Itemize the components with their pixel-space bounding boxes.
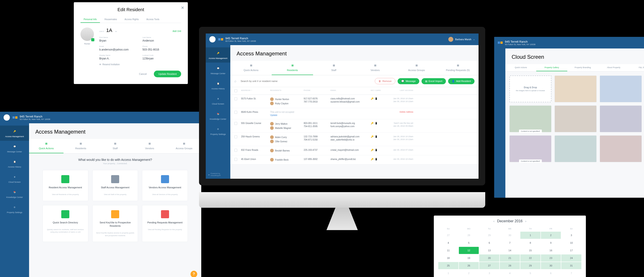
calendar-day[interactable]: 3 — [479, 270, 499, 277]
lockout-field[interactable]: 123bryan — [142, 57, 181, 60]
tab-staff[interactable]: ▦Staff — [313, 61, 354, 75]
display-name-field[interactable]: Bryan A. — [99, 57, 138, 60]
gallery-tile[interactable] — [554, 105, 596, 132]
calendar-day[interactable]: 29 — [479, 232, 499, 239]
row-checkbox[interactable] — [234, 111, 237, 114]
sidebar-item-cloud-screen[interactable]: 🖥Cloud Screen — [0, 171, 29, 186]
row-checkbox[interactable] — [234, 97, 237, 100]
gallery-tile[interactable]: Content is not specified! — [510, 105, 552, 132]
sidebar-item-property-settings[interactable]: ⚙Property Settings — [0, 202, 29, 217]
calendar-day[interactable]: 5 — [459, 239, 479, 246]
avatar[interactable] — [80, 27, 94, 41]
action-card[interactable]: Send KeyVite to Prospective ResidentsSen… — [92, 205, 138, 242]
close-icon[interactable]: ✕ — [181, 5, 184, 10]
calendar-day[interactable]: 25 — [438, 262, 458, 269]
prev-month-button[interactable]: ‹ — [493, 219, 494, 223]
excel-import-button[interactable]: ▤ Excel Import — [422, 78, 446, 84]
tab-residents[interactable]: ▦Residents — [64, 139, 98, 153]
tab-property-gallery[interactable]: Property Gallery — [536, 64, 567, 71]
calendar-day[interactable]: 24 — [561, 255, 582, 262]
calendar-day[interactable]: 20 — [479, 255, 499, 262]
row-checkbox[interactable] — [234, 158, 237, 161]
tab-access-tools[interactable]: Access Tools — [143, 16, 162, 23]
calendar-day[interactable]: 31 — [561, 262, 582, 269]
calendar-day[interactable]: 5 — [520, 270, 540, 277]
remove-button[interactable]: 🗑 Remove — [375, 78, 395, 84]
calendar-day[interactable]: 4 — [438, 239, 458, 246]
calendar-day[interactable]: 21 — [500, 255, 520, 262]
sidebar-item-access-history[interactable]: 📋Access History — [206, 78, 230, 93]
tab-vendors[interactable]: ▦Vendors — [132, 139, 167, 153]
sidebar-item-property-settings[interactable]: ⚙Property Settings — [206, 123, 230, 138]
tab-access-groups[interactable]: ▦Access Groups — [396, 61, 437, 75]
next-month-button[interactable]: › — [525, 219, 526, 223]
calendar-day[interactable]: 26 — [459, 262, 479, 269]
sidebar-item-knowledge-center[interactable]: 📚Knowledge Center — [206, 108, 230, 123]
calendar-day[interactable]: 23 — [541, 255, 561, 262]
calendar-day[interactable]: 17 — [561, 247, 582, 254]
col-header[interactable]: Address ↑ — [241, 89, 270, 92]
first-name-field[interactable]: Bryan — [99, 39, 138, 42]
avatar[interactable] — [448, 37, 453, 42]
calendar-day[interactable]: 29 — [520, 262, 540, 269]
unit-value[interactable]: 1A — [106, 27, 112, 33]
calendar-day[interactable]: 16 — [541, 247, 561, 254]
calendar-day[interactable]: 27 — [479, 262, 499, 269]
table-row[interactable]: 832 Franz RoadsBeulah Barnes225-193-4737… — [230, 146, 478, 155]
sidebar-item-message-center[interactable]: 💬Message Center — [206, 62, 230, 78]
calendar-day[interactable]: 14 — [500, 247, 520, 254]
action-card[interactable]: Quick Search DirectoryQuickly search for… — [42, 205, 88, 242]
calendar-day[interactable]: 7 — [561, 270, 582, 277]
table-row[interactable]: 8649 Kuhn PinesThis unit is not occupied… — [230, 108, 478, 119]
tab-about-property[interactable]: About Property — [598, 64, 629, 71]
calendar-day[interactable]: 2 — [459, 270, 479, 277]
calendar-day[interactable]: 2 — [541, 232, 561, 239]
calendar-day[interactable]: 9 — [541, 239, 561, 246]
message-button[interactable]: 💬 Message — [398, 78, 419, 84]
action-card[interactable]: Resident Access ManagementView all Resid… — [42, 170, 88, 201]
row-checkbox[interactable] — [234, 122, 237, 125]
tab-vendors[interactable]: ▦Vendors — [354, 61, 396, 75]
calendar-day[interactable]: 8 — [520, 239, 540, 246]
calendar-day[interactable]: 1 — [438, 270, 458, 277]
sidebar-item-access-history[interactable]: 📋Access History — [0, 156, 29, 171]
calendar-day[interactable]: 4 — [500, 270, 520, 277]
tab-property-branding[interactable]: Property Branding — [567, 64, 598, 71]
calendar-day[interactable]: 10 — [561, 239, 582, 246]
calendar-day[interactable]: 30 — [500, 232, 520, 239]
sidebar-item-message-center[interactable]: 💬Message Center — [0, 141, 29, 156]
calendar-day[interactable]: 12 — [459, 247, 479, 254]
gallery-tile[interactable]: Content is not specified! — [510, 135, 552, 162]
help-button[interactable]: ? — [190, 271, 197, 277]
add-unit-link[interactable]: Add Unit — [173, 30, 181, 32]
sidebar-item-cloud-screen[interactable]: 🖥Cloud Screen — [206, 93, 230, 108]
last-name-field[interactable]: Anderson — [142, 39, 181, 42]
calendar-day[interactable]: 27 — [438, 232, 458, 239]
update-resident-button[interactable]: Update Resident — [154, 71, 181, 77]
calendar-day[interactable]: 7 — [500, 239, 520, 246]
gallery-tile[interactable] — [554, 135, 596, 162]
calendar-day[interactable]: 3 — [561, 232, 582, 239]
action-card[interactable]: Staff Access ManagementView all Staff of… — [92, 170, 138, 201]
phone-field[interactable]: 503-351-8016 — [142, 48, 181, 51]
gallery-tile[interactable] — [600, 135, 642, 162]
tab-access-rights[interactable]: Access Rights — [122, 16, 142, 23]
calendar-day[interactable]: 6 — [541, 270, 561, 277]
logo[interactable] — [4, 114, 10, 121]
calendar-day[interactable]: 15 — [520, 247, 540, 254]
table-row[interactable]: 259 Hauck GreensAiden CurryOllie Gomez13… — [230, 133, 478, 146]
tab-f-l-specials[interactable]: F&L Specials — [629, 64, 644, 71]
sidebar-item-knowledge-center[interactable]: 📚Knowledge Center — [0, 186, 29, 202]
tab-housemates[interactable]: Housemates — [101, 16, 120, 23]
resend-invitation-link[interactable]: ✉Resend Invitation — [99, 63, 181, 66]
add-resident-button[interactable]: 👤 Add Resident — [448, 78, 474, 84]
drop-zone[interactable]: Drag & Dropthe images here to upload or … — [510, 75, 552, 102]
calendar-day[interactable]: 1 — [520, 232, 540, 239]
action-card[interactable]: Pending Requests ManagementView all Pend… — [142, 205, 188, 242]
calendar-day[interactable]: 22 — [520, 255, 540, 262]
table-row[interactable]: 555 Gisselle CourseJerry WaltonMabelle W… — [230, 119, 478, 133]
tab-pending-requests-5-[interactable]: ▦Pending Requests (5) — [437, 61, 478, 75]
table-row[interactable]: 45 Ebert UnionFranklin Beck137-895-3692s… — [230, 155, 478, 164]
sidebar-item-access-management[interactable]: 🔑Access Management — [0, 126, 29, 141]
calendar-day[interactable]: 30 — [541, 262, 561, 269]
